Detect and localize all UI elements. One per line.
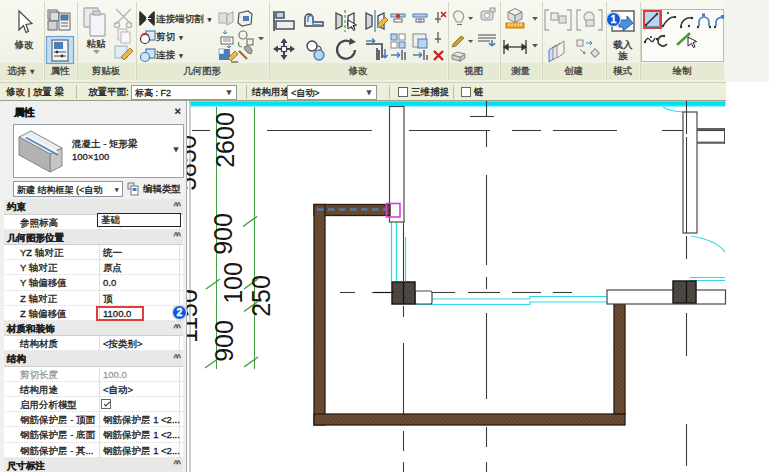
svg-text:250: 250 [247,275,275,317]
svg-text:900: 900 [210,320,238,362]
svg-text:100: 100 [219,262,247,304]
svg-text:2600: 2600 [211,112,239,168]
svg-text:900: 900 [209,213,237,255]
